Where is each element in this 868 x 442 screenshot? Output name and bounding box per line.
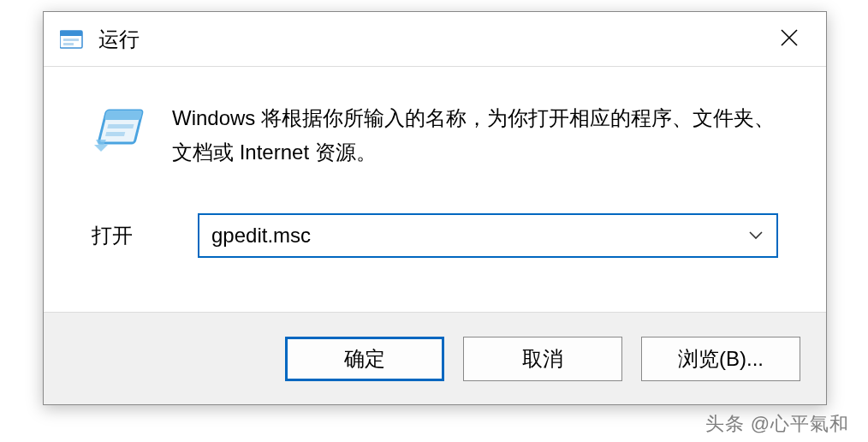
- ok-button[interactable]: 确定: [285, 337, 444, 381]
- browse-button[interactable]: 浏览(B)...: [641, 337, 800, 381]
- description-row: Windows 将根据你所输入的名称，为你打开相应的程序、文件夹、文档或 Int…: [92, 99, 778, 169]
- svg-rect-3: [63, 43, 74, 45]
- open-label: 打开: [92, 222, 198, 249]
- app-icon: [59, 26, 86, 53]
- dialog-footer: 确定 取消 浏览(B)...: [44, 312, 826, 404]
- titlebar: 运行: [44, 12, 826, 67]
- watermark: 头条 @心平氣和: [705, 411, 849, 437]
- run-icon: [92, 103, 146, 158]
- close-button[interactable]: [758, 12, 821, 63]
- svg-rect-1: [60, 31, 82, 36]
- svg-rect-9: [105, 132, 125, 136]
- run-dialog: 运行 Windows 将根据你所输入的名称，为: [43, 11, 827, 405]
- open-input[interactable]: [199, 215, 735, 256]
- chevron-down-icon: [748, 230, 764, 241]
- dropdown-button[interactable]: [735, 215, 776, 256]
- svg-rect-8: [107, 124, 134, 128]
- close-icon: [780, 28, 799, 47]
- svg-rect-7: [104, 110, 143, 120]
- description-text: Windows 将根据你所输入的名称，为你打开相应的程序、文件夹、文档或 Int…: [172, 99, 778, 169]
- open-combobox[interactable]: [198, 213, 778, 258]
- dialog-title: 运行: [98, 26, 140, 53]
- open-field-row: 打开: [92, 213, 778, 258]
- svg-rect-2: [63, 39, 79, 41]
- cancel-button[interactable]: 取消: [463, 337, 622, 381]
- dialog-body: Windows 将根据你所输入的名称，为你打开相应的程序、文件夹、文档或 Int…: [44, 67, 826, 312]
